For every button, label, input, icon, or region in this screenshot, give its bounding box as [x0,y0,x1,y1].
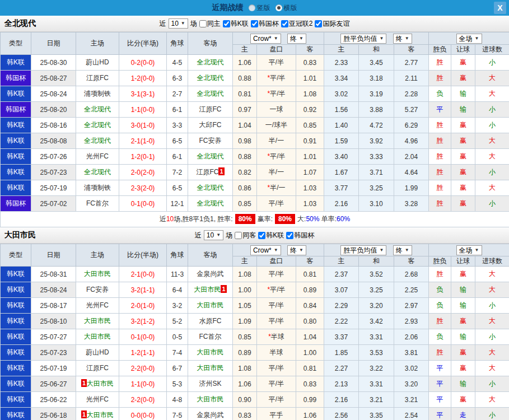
red-card-badge: 1 [221,285,226,293]
vertical-layout-label[interactable]: 竖版 [257,3,270,13]
home-team-name: 大田市民 [87,411,114,419]
league-type-cell: 韩K联 [1,282,31,298]
result-handicap: 走 [451,408,475,420]
match-date: 25-08-08 [31,133,76,149]
odds-handicap: 平/半 [257,376,296,392]
away-team-name: 济州SK [199,380,221,388]
match-date: 25-08-17 [31,298,76,314]
mean-home: 3.07 [324,282,359,298]
league-type-cell: 韩K联 [1,345,31,361]
odds-handicap: 平/半 [257,314,296,329]
dropdown-arrow-icon: ▼ [216,231,221,239]
home-team-name: 光州FC [86,152,109,160]
mean-home: 1.85 [324,345,359,361]
league-filter-checkbox[interactable] [251,20,258,27]
result-handicap: 赢 [451,267,475,282]
result-wdl: 胜 [429,149,451,165]
col-header-date: 日期 [31,32,76,55]
col-header-result-goals: 进球数 [475,256,509,267]
same-venue-label: 同客 [242,231,256,240]
league-type-cell: 韩K联 [1,267,31,282]
mean-away: 2.93 [394,314,429,329]
match-date: 25-07-26 [31,149,76,165]
col-header-odds-home: 主 [233,256,257,267]
away-team-name: 大田市民 [197,348,224,356]
mean-type-select[interactable]: 胜平负均值▼ [340,245,386,255]
home-team-name: 浦项制铁 [84,184,111,192]
home-team: 浦项制铁 [76,180,119,196]
away-team: 大田市民 [188,392,233,408]
result-handicap: 输 [451,376,475,392]
match-date: 25-08-24 [31,86,76,102]
league-type-cell: 韩国杯 [1,71,31,86]
odds-away: 1.03 [296,180,324,196]
match-score: 0-2(0-0) [119,55,167,71]
away-team: FC首尔 [188,329,233,345]
match-row: 韩K联25-06-181大田市民0-0(0-0)7-5金泉尚武0.83平手1.0… [1,408,509,420]
match-count-select[interactable]: 10▼ [204,230,223,240]
match-date: 25-06-18 [31,408,76,420]
odds-handicap: 平/半 [257,361,296,376]
odds-handicap: *半/一 [257,180,296,196]
horizontal-layout-label[interactable]: 横版 [284,3,297,13]
odds-company-select[interactable]: Crow*▼ [250,245,281,255]
mean-away: 2.68 [394,267,429,282]
corner-score: 3-3 [167,118,188,133]
league-filter-checkbox[interactable] [258,232,265,239]
section-header: 大田市民 近10▼场同客韩K联韩国杯 [0,227,509,244]
mean-draw: 3.19 [359,86,394,102]
league-filter-checkbox[interactable] [286,232,293,239]
mean-final-select[interactable]: 终▼ [393,245,412,255]
summary-part: 赢率: [258,215,273,223]
mean-type-select[interactable]: 胜平负均值▼ [340,34,386,44]
close-icon[interactable]: X [494,2,506,14]
match-date: 25-06-22 [31,392,76,408]
odds-handicap: *平/半 [257,86,296,102]
result-wdl: 平 [429,392,451,408]
same-venue-checkbox[interactable] [235,232,242,239]
corner-score: 5-2 [167,314,188,329]
scope-select[interactable]: 全场▼ [456,245,482,255]
corner-score: 0-5 [167,329,188,345]
match-row: 韩国杯25-08-27江原FC1-2(0-0)6-3全北现代0.88*平/半1.… [1,71,509,86]
league-badge: 韩K联 [1,408,31,420]
odds-company-select[interactable]: Crow*▼ [250,34,281,44]
vertical-layout-radio[interactable] [249,4,255,11]
match-score: 0-1(0-0) [119,329,167,345]
odds-handicap: 平/半 [257,267,296,282]
summary-row: 近10场,胜8平1负1, 胜率:80%赢率:80%大:50% 单率:60% [1,212,509,227]
mean-draw: 3.22 [359,361,394,376]
scope-select[interactable]: 全场▼ [456,34,482,44]
match-row: 韩K联25-07-23蔚山HD1-2(1-1)7-4大田市民0.89半球1.00… [1,345,509,361]
away-team-name: 全北现代 [197,90,224,97]
match-score: 3-0(1-0) [119,118,167,133]
odds-handicap: 一球 [257,102,296,118]
match-score: 2-0(2-0) [119,165,167,180]
horizontal-layout-radio[interactable] [275,4,282,11]
odds-handicap: 一/球半 [257,118,296,133]
home-team: 全北现代 [76,133,119,149]
mean-final-select[interactable]: 终▼ [393,34,412,44]
same-venue-checkbox[interactable] [199,20,207,27]
away-team: 大田市民 [188,345,233,361]
away-team: 全北现代 [188,86,233,102]
match-date: 25-08-24 [31,282,76,298]
col-header-score: 比分(半场) [119,32,167,55]
home-team-name: 光州FC [86,301,109,309]
odds-final-select[interactable]: 终▼ [287,34,306,44]
league-badge: 韩K联 [1,329,31,344]
mean-home: 2.37 [324,267,359,282]
mean-away: 2.04 [394,149,429,165]
home-team-name: 大田市民 [87,380,114,388]
league-filter-checkbox[interactable] [281,20,288,27]
league-filter-checkbox[interactable] [223,20,230,27]
match-row: 韩K联25-08-31大田市民2-1(0-0)11-3金泉尚武1.08平/半0.… [1,267,509,282]
odds-final-select[interactable]: 终▼ [287,245,306,255]
odds-home: 0.83 [233,408,257,420]
odds-home: 0.82 [233,165,257,180]
match-count-select[interactable]: 10▼ [169,18,188,29]
mean-draw: 3.20 [359,298,394,314]
league-filter-checkbox[interactable] [315,20,322,27]
dropdown-arrow-icon: ▼ [274,246,278,254]
league-type-cell: 韩K联 [1,408,31,420]
